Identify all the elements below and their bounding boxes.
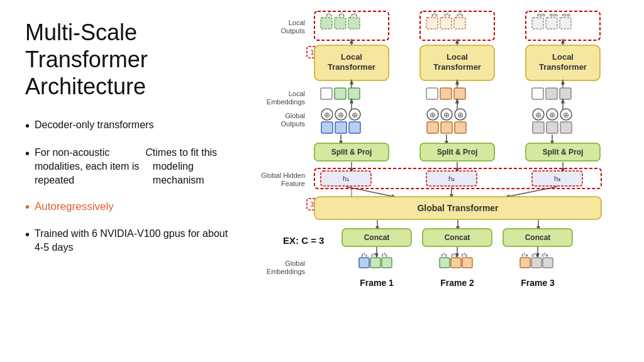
svg-text:Global Hidden: Global Hidden xyxy=(261,172,305,179)
svg-text:Local: Local xyxy=(341,52,362,62)
svg-text:z²₂: z²₂ xyxy=(444,12,450,18)
svg-text:z¹₃: z¹₃ xyxy=(521,252,528,258)
ge-token-f1-3 xyxy=(382,258,392,268)
svg-text:Embeddings: Embeddings xyxy=(267,98,306,106)
go-token-f3-2 xyxy=(547,122,558,133)
svg-text:z²₃: z²₃ xyxy=(531,252,538,258)
ge-token-f1-2 xyxy=(370,258,380,268)
token-output-f3-3 xyxy=(560,18,571,29)
svg-text:z²₁: z²₁ xyxy=(338,12,345,18)
svg-text:Local: Local xyxy=(289,90,305,97)
go-token-f3-3 xyxy=(560,122,572,133)
bullet-2: For non-acoustic modalities, each item i… xyxy=(25,146,233,188)
local-emb-f3-2 xyxy=(546,88,557,99)
frame-1-label: Frame 1 xyxy=(360,278,394,288)
token-output-f2-1 xyxy=(426,18,438,29)
ex-label: EX: C = 3 xyxy=(283,235,324,246)
svg-text:Outputs: Outputs xyxy=(280,120,305,128)
svg-text:z¹₁: z¹₁ xyxy=(361,252,367,258)
local-emb-f1-1 xyxy=(321,88,332,99)
svg-text:Split & Proj: Split & Proj xyxy=(437,148,478,156)
local-emb-f1-2 xyxy=(335,88,346,99)
local-emb-f3-3 xyxy=(560,88,571,99)
architecture-diagram: Local Outputs z¹₁ z²₁ z³₁ z¹₂ z²₂ z³₂ eo… xyxy=(252,0,644,362)
svg-text:z¹₂: z¹₂ xyxy=(441,252,447,258)
svg-text:Outputs: Outputs xyxy=(280,27,305,35)
svg-text:⊕: ⊕ xyxy=(352,111,358,119)
frame-3-label: Frame 3 xyxy=(521,278,555,288)
svg-text:⊕: ⊕ xyxy=(430,111,436,119)
go-token-f1-2 xyxy=(335,122,347,133)
bullet-3: Autoregressively xyxy=(25,199,233,216)
ge-token-f3-3 xyxy=(543,258,553,268)
frame-2-label: Frame 2 xyxy=(440,278,474,288)
token-output-f2-2 xyxy=(440,18,452,29)
local-emb-f3-1 xyxy=(532,88,543,99)
go-token-f1-3 xyxy=(349,122,360,133)
svg-text:z²₂: z²₂ xyxy=(451,252,457,258)
svg-text:⊕: ⊕ xyxy=(457,111,464,119)
svg-text:⊕: ⊕ xyxy=(563,111,569,119)
local-emb-f2-1 xyxy=(426,88,438,99)
svg-text:Concat: Concat xyxy=(364,233,390,242)
go-token-f2-1 xyxy=(427,122,438,133)
token-output-f1-1 xyxy=(321,18,332,29)
svg-text:Global: Global xyxy=(285,260,305,267)
token-output-f3-2 xyxy=(546,18,557,29)
svg-text:h₁: h₁ xyxy=(343,175,349,182)
svg-text:Feature: Feature xyxy=(281,180,305,187)
svg-text:Concat: Concat xyxy=(525,233,551,242)
right-panel: Local Outputs z¹₁ z²₁ z³₁ z¹₂ z²₂ z³₂ eo… xyxy=(252,0,644,362)
svg-text:⊕: ⊕ xyxy=(535,111,541,119)
svg-text:z²₁: z²₁ xyxy=(371,252,377,258)
svg-text:Transformer: Transformer xyxy=(328,62,375,72)
token-output-f2-3 xyxy=(454,18,465,29)
token-output-f1-3 xyxy=(348,18,360,29)
svg-text:eos: eos xyxy=(537,12,545,18)
bullet-4: Trained with 6 NVIDIA-V100 gpus for abou… xyxy=(25,227,233,255)
svg-text:Transformer: Transformer xyxy=(433,62,481,72)
token-output-f3-1 xyxy=(532,18,543,29)
svg-text:Global Transformer: Global Transformer xyxy=(417,203,499,213)
local-outputs-label: Local xyxy=(289,19,305,26)
svg-text:z³₁: z³₁ xyxy=(381,252,387,258)
ge-token-f2-2 xyxy=(451,258,461,268)
go-token-f3-1 xyxy=(533,122,544,133)
svg-text:z³₁: z³₁ xyxy=(351,12,357,18)
ge-token-f1-1 xyxy=(359,258,369,268)
bullet-list: Decoder-only transformers For non-acoust… xyxy=(25,118,233,266)
svg-text:Split & Proj: Split & Proj xyxy=(331,148,372,156)
local-emb-f2-3 xyxy=(454,88,465,99)
left-panel: Multi-Scale Transformer Architecture Dec… xyxy=(0,0,252,362)
ge-token-f2-1 xyxy=(440,258,450,268)
main-title: Multi-Scale Transformer Architecture xyxy=(25,19,233,101)
ge-token-f3-2 xyxy=(531,258,541,268)
token-output-f1-2 xyxy=(335,18,346,29)
local-emb-f1-3 xyxy=(348,88,360,99)
svg-text:z¹₂: z¹₂ xyxy=(431,12,438,18)
svg-text:z¹₁: z¹₁ xyxy=(326,12,332,18)
ge-token-f2-3 xyxy=(462,258,472,268)
svg-text:z³₃: z³₃ xyxy=(541,252,548,258)
svg-text:Transformer: Transformer xyxy=(539,62,587,72)
svg-text:z³₂: z³₂ xyxy=(457,12,463,18)
svg-text:⊕: ⊕ xyxy=(549,111,555,119)
svg-text:z³₂: z³₂ xyxy=(461,252,467,258)
svg-text:Split & Proj: Split & Proj xyxy=(543,148,584,156)
bullet-1: Decoder-only transformers xyxy=(25,118,233,134)
svg-text:eos: eos xyxy=(550,12,558,18)
go-token-f1-1 xyxy=(321,122,333,133)
svg-text:Concat: Concat xyxy=(445,233,470,242)
svg-text:⊕: ⊕ xyxy=(443,111,450,119)
svg-text:⊕: ⊕ xyxy=(324,111,330,119)
svg-text:h₂: h₂ xyxy=(448,175,455,182)
svg-text:h₃: h₃ xyxy=(554,175,560,182)
svg-text:eos: eos xyxy=(562,12,570,18)
svg-text:Global: Global xyxy=(285,112,305,119)
go-token-f2-2 xyxy=(441,122,452,133)
svg-text:⊕: ⊕ xyxy=(338,111,344,119)
svg-text:Local: Local xyxy=(447,52,468,62)
ge-token-f3-1 xyxy=(520,258,530,268)
svg-text:Embeddings: Embeddings xyxy=(267,268,306,275)
local-emb-f2-2 xyxy=(440,88,452,99)
